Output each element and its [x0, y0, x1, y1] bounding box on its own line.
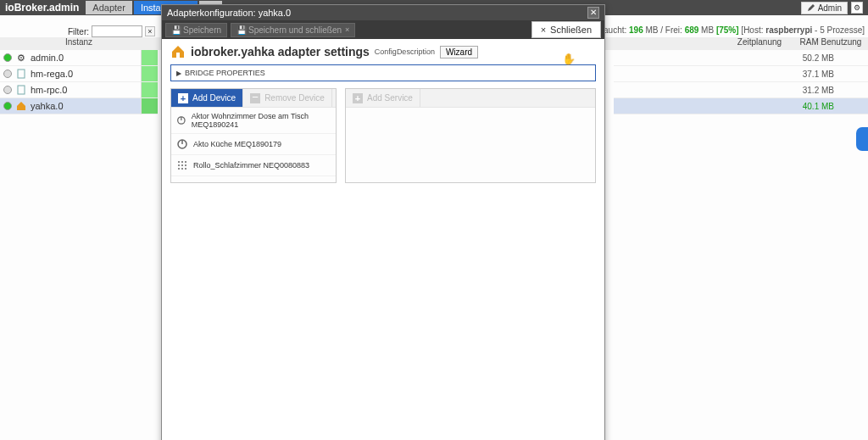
instance-row[interactable]: ⚙ admin.0: [0, 50, 158, 66]
status-text5: - 5 Prozesse]: [812, 25, 865, 35]
col-instance: Instanz: [0, 37, 158, 50]
instance-row[interactable]: hm-rega.0: [0, 66, 158, 82]
filter-clear-button[interactable]: ×: [145, 26, 155, 36]
ram-cell: 31.2 MB: [614, 82, 868, 98]
device-label: Akto Küche MEQ1890179: [193, 140, 281, 148]
svg-point-15: [185, 168, 186, 170]
led-icon: [3, 86, 12, 94]
svg-point-14: [181, 168, 183, 170]
wizard-button[interactable]: Wizard: [440, 46, 478, 58]
remove-device-button[interactable]: −Remove Device: [243, 89, 332, 107]
home-icon: [170, 44, 186, 59]
doc-icon: [15, 68, 27, 80]
device-row[interactable]: Aktor Wohnzimmer Dose am Tisch MEQ189024…: [171, 108, 336, 134]
close-button[interactable]: ×Schließen: [531, 21, 601, 38]
devices-panel: +Add Device −Remove Device Aktor Wohnzim…: [170, 88, 337, 183]
dialog-body: iobroker.yahka adapter settings ConfigDe…: [162, 39, 604, 440]
config-description: ConfigDescription: [375, 47, 435, 56]
status-text2: MB / Frei:: [643, 25, 685, 35]
svg-point-13: [178, 168, 180, 170]
svg-point-9: [185, 161, 186, 163]
dialog-title: Adapterkonfiguration: yahka.0: [167, 8, 291, 18]
dialog-close-icon[interactable]: ✕: [587, 7, 599, 19]
ram-column: 50.2 MB 37.1 MB 31.2 MB 40.1 MB: [614, 50, 868, 114]
remove-device-label: Remove Device: [264, 93, 325, 103]
tab-adapter-label: Adapter: [92, 3, 125, 13]
power-icon: [176, 138, 188, 150]
instance-name: hm-rega.0: [31, 69, 73, 79]
close-icon: ×: [345, 25, 349, 34]
device-row[interactable]: Rollo_Schlafzimmer NEQ0080883: [171, 155, 336, 176]
disk-icon: 💾: [236, 25, 245, 34]
play-column: [141, 50, 158, 114]
play-button[interactable]: [141, 50, 158, 66]
dialog-toolbar: 💾Speichern 💾Speichern und schließen× ×Sc…: [162, 20, 604, 39]
led-icon: [3, 53, 12, 62]
ram-cell: 50.2 MB: [614, 50, 868, 66]
device-label: Aktor Wohnzimmer Dose am Tisch MEQ189024…: [192, 112, 331, 129]
svg-point-8: [181, 161, 183, 163]
add-device-label: Add Device: [192, 93, 236, 103]
pencil-icon: [807, 3, 815, 12]
play-button[interactable]: [141, 82, 158, 98]
close-label: Schließen: [550, 25, 592, 35]
add-service-label: Add Service: [367, 93, 413, 103]
status-bar: RAM verbraucht: 196 MB / Frei: 689 MB [7…: [563, 25, 865, 35]
svg-point-10: [178, 164, 180, 166]
disk-icon: 💾: [171, 25, 180, 34]
play-button[interactable]: [141, 98, 158, 114]
device-row[interactable]: Akto Küche MEQ1890179: [171, 134, 336, 155]
filter-input[interactable]: [92, 25, 142, 37]
tab-adapter[interactable]: Adapter: [86, 1, 132, 14]
led-icon: [3, 70, 12, 78]
ram-cell: 37.1 MB: [614, 66, 868, 82]
svg-point-12: [185, 164, 186, 166]
close-icon: ×: [541, 25, 546, 35]
plus-icon: +: [178, 93, 188, 103]
settings-button[interactable]: ⚙: [851, 2, 863, 14]
status-text4: [Host:: [739, 25, 766, 35]
config-dialog: Adapterkonfiguration: yahka.0 ✕ 💾Speiche…: [161, 4, 605, 440]
add-device-button[interactable]: +Add Device: [171, 89, 243, 107]
col-schedule: Zeitplanung: [726, 37, 793, 50]
bridge-properties-toggle[interactable]: ▶ BRIDGE PROPERTIES: [170, 64, 596, 81]
play-button[interactable]: [141, 66, 158, 82]
instance-name: admin.0: [31, 53, 64, 63]
save-close-label: Speichern und schließen: [248, 25, 342, 35]
minus-icon: −: [250, 93, 260, 103]
status-free: 689: [685, 25, 699, 35]
svg-point-7: [178, 161, 180, 163]
side-tab[interactable]: [856, 127, 868, 151]
dialog-titlebar[interactable]: Adapterkonfiguration: yahka.0 ✕: [162, 5, 604, 20]
svg-rect-1: [18, 86, 25, 94]
plus-icon: +: [353, 93, 363, 103]
instance-list: ⚙ admin.0 hm-rega.0 hm-rpc.0 yahka.0: [0, 50, 158, 114]
instance-name: hm-rpc.0: [31, 85, 67, 95]
settings-header: iobroker.yahka adapter settings ConfigDe…: [170, 44, 596, 59]
triangle-icon: ▶: [176, 70, 181, 77]
save-close-button[interactable]: 💾Speichern und schließen×: [231, 23, 355, 37]
app-title: ioBroker.admin: [0, 2, 84, 14]
add-service-button[interactable]: +Add Service: [346, 89, 420, 107]
svg-point-11: [181, 164, 183, 166]
svg-rect-0: [18, 70, 25, 78]
filter-row: Filter: ×: [68, 25, 155, 37]
instance-row[interactable]: yahka.0: [0, 98, 158, 114]
status-text3: MB: [698, 25, 716, 35]
gear-icon: ⚙: [15, 52, 27, 64]
instance-row[interactable]: hm-rpc.0: [0, 82, 158, 98]
svg-rect-2: [176, 53, 180, 58]
services-panel: +Add Service: [345, 88, 596, 183]
status-host: raspberrypi: [765, 25, 812, 35]
admin-button[interactable]: Admin: [801, 2, 848, 14]
instance-name: yahka.0: [31, 101, 64, 111]
bridge-label: BRIDGE PROPERTIES: [185, 69, 265, 77]
settings-title: iobroker.yahka adapter settings: [191, 45, 370, 58]
led-icon: [3, 102, 12, 110]
admin-button-label: Admin: [818, 3, 842, 13]
doc-icon: [15, 84, 27, 96]
save-button[interactable]: 💾Speichern: [165, 23, 227, 37]
col-ram: RAM Benutzung: [793, 37, 868, 50]
save-label: Speichern: [183, 25, 221, 35]
grid-icon: [176, 159, 188, 171]
